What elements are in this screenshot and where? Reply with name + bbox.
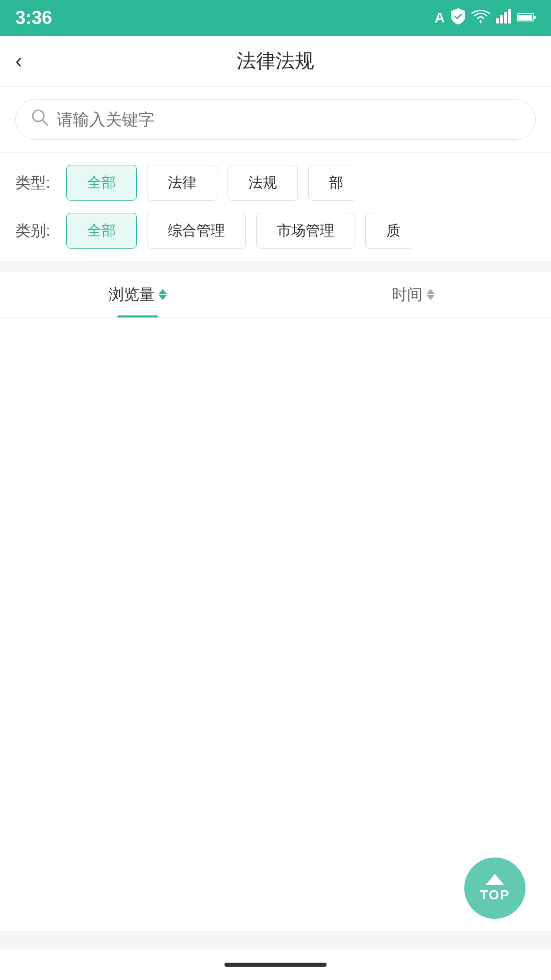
category-tag-quality[interactable]: 质 — [365, 213, 411, 249]
type-tag-bu[interactable]: 部 — [308, 165, 354, 201]
top-arrow-icon — [486, 874, 504, 885]
sort-views-arrows — [159, 289, 167, 300]
status-time: 3:36 — [15, 7, 52, 29]
category-filter-row: 类别: 全部 综合管理 市场管理 质 — [15, 213, 536, 249]
a-icon: A — [435, 10, 445, 26]
signal-icon — [496, 9, 511, 27]
bottom-bar — [0, 949, 551, 980]
search-icon — [31, 109, 48, 130]
category-tags: 全部 综合管理 市场管理 质 — [66, 213, 411, 249]
svg-rect-3 — [508, 9, 511, 23]
sort-up-icon — [159, 289, 167, 294]
svg-rect-1 — [500, 15, 503, 23]
filter-section: 类型: 全部 法律 法规 部 类别: 全部 综合管理 市场管理 质 — [0, 153, 551, 261]
status-icons: A — [435, 8, 536, 28]
sort-time-arrows — [427, 289, 435, 300]
type-filter-row: 类型: 全部 法律 法规 部 — [15, 165, 536, 201]
type-tag-all[interactable]: 全部 — [66, 165, 137, 201]
svg-rect-6 — [534, 16, 536, 19]
sort-down-icon — [159, 295, 167, 300]
sort-time-down-icon — [427, 295, 435, 300]
svg-line-8 — [42, 120, 47, 125]
svg-rect-5 — [518, 15, 532, 20]
search-input[interactable] — [57, 110, 520, 129]
sort-views-label: 浏览量 — [109, 284, 155, 305]
sort-time-label: 时间 — [392, 284, 422, 305]
content-area — [0, 318, 551, 931]
shield-icon — [451, 8, 465, 28]
category-tag-all[interactable]: 全部 — [66, 213, 137, 249]
category-tag-market[interactable]: 市场管理 — [256, 213, 355, 249]
wifi-icon — [471, 9, 490, 27]
page-header: ‹ 法律法规 — [0, 36, 551, 87]
top-button-label: TOP — [480, 887, 510, 903]
type-tags: 全部 法律 法规 部 — [66, 165, 354, 201]
sort-tab-time[interactable]: 时间 — [276, 272, 551, 317]
type-tag-falv[interactable]: 法律 — [147, 165, 217, 201]
back-button[interactable]: ‹ — [15, 50, 22, 72]
top-button[interactable]: TOP — [464, 857, 525, 919]
status-bar: 3:36 A — [0, 0, 551, 36]
sort-bar: 浏览量 时间 — [0, 272, 551, 318]
search-box — [15, 99, 536, 140]
type-label: 类型: — [15, 173, 56, 193]
page-title: 法律法规 — [237, 48, 314, 74]
battery-icon — [517, 10, 536, 26]
svg-rect-0 — [496, 18, 499, 23]
sort-time-up-icon — [427, 289, 435, 294]
sort-tab-views[interactable]: 浏览量 — [0, 272, 276, 317]
search-container — [0, 87, 551, 153]
type-tag-fagui[interactable]: 法规 — [228, 165, 298, 201]
category-tag-comprehensive[interactable]: 综合管理 — [147, 213, 246, 249]
category-label: 类别: — [15, 220, 56, 241]
svg-rect-2 — [504, 12, 507, 23]
bottom-home-indicator — [224, 963, 327, 967]
